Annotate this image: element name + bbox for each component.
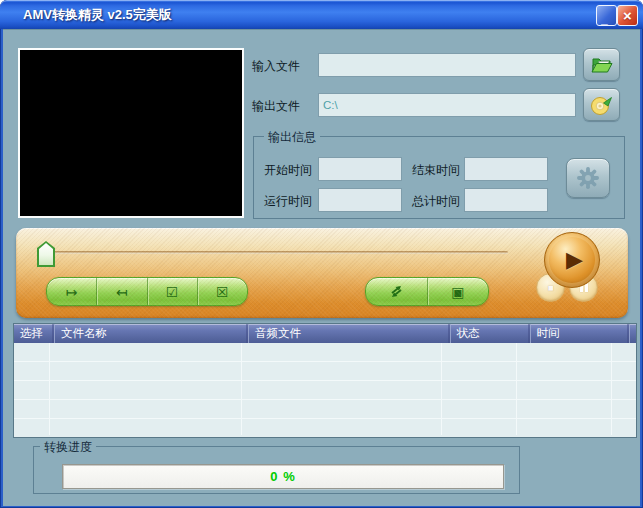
play-button[interactable]: ▶ — [544, 232, 600, 288]
conversion-progress-bar: 0 % — [62, 464, 504, 489]
close-icon: × — [623, 8, 632, 23]
minimize-button[interactable]: _ — [596, 5, 617, 26]
conversion-progress-title: 转换进度 — [40, 439, 96, 456]
seek-end-icon: ↤ — [116, 284, 128, 300]
cd-export-icon — [590, 94, 613, 116]
edit-button-group: ↦ ↤ ☑ ☒ — [46, 277, 248, 306]
column-divider — [441, 343, 442, 435]
file-list-body[interactable] — [14, 343, 636, 435]
start-time-label: 开始时间 — [264, 162, 312, 179]
column-divider — [241, 343, 242, 435]
seek-slider-track[interactable] — [42, 251, 508, 254]
start-time-field[interactable] — [318, 157, 402, 181]
run-time-field[interactable] — [318, 188, 402, 212]
remove-selection-button[interactable]: ☒ — [197, 278, 247, 305]
convert-button[interactable] — [366, 278, 427, 305]
output-info-title: 输出信息 — [264, 129, 320, 146]
titlebar[interactable]: AMV转换精灵 v2.5完美版 _ × — [0, 0, 643, 29]
stop-square-icon: ▣ — [451, 284, 464, 300]
select-all-button[interactable]: ☑ — [147, 278, 197, 305]
seek-start-icon: ↦ — [66, 284, 78, 300]
checked-box-icon: ☑ — [166, 284, 179, 300]
column-divider — [611, 343, 612, 435]
end-time-field[interactable] — [464, 157, 548, 181]
set-end-point-button[interactable]: ↤ — [96, 278, 146, 305]
total-time-field[interactable] — [464, 188, 548, 212]
column-header-time[interactable]: 时间 — [531, 324, 630, 343]
column-header-select[interactable]: 选择 — [14, 324, 55, 343]
file-list-header: 选择 文件名称 音频文件 状态 时间 — [14, 324, 636, 343]
input-file-field[interactable] — [318, 53, 576, 77]
app-window: AMV转换精灵 v2.5完美版 _ × 输入文件 输出文件 C:\ — [0, 0, 643, 508]
total-time-label: 总计时间 — [412, 193, 460, 210]
column-header-spacer — [630, 324, 636, 343]
video-preview — [18, 48, 244, 218]
column-divider — [516, 343, 517, 435]
seek-slider-thumb[interactable] — [37, 241, 55, 267]
output-file-field[interactable]: C:\ — [318, 93, 576, 117]
transport-bar: ↦ ↤ ☑ ☒ — [16, 228, 628, 318]
column-divider — [49, 343, 50, 435]
progress-percent-label: 0 % — [270, 469, 295, 484]
gear-icon — [574, 165, 602, 191]
input-file-label: 输入文件 — [252, 58, 300, 75]
convert-arrows-icon — [388, 284, 405, 299]
column-header-audiofile[interactable]: 音频文件 — [249, 324, 451, 343]
window-title: AMV转换精灵 v2.5完美版 — [23, 6, 172, 24]
settings-button[interactable] — [566, 158, 610, 198]
run-time-label: 运行时间 — [264, 193, 312, 210]
stop-icon: ■ — [547, 283, 553, 293]
browse-output-button[interactable] — [583, 88, 620, 121]
output-file-value: C:\ — [319, 99, 338, 111]
file-list[interactable]: 选择 文件名称 音频文件 状态 时间 — [13, 323, 637, 438]
convert-button-group: ▣ — [365, 277, 489, 306]
column-header-filename[interactable]: 文件名称 — [55, 324, 249, 343]
minimize-icon: _ — [601, 13, 608, 25]
stop-convert-button[interactable]: ▣ — [427, 278, 489, 305]
browse-input-button[interactable] — [583, 48, 620, 81]
end-time-label: 结束时间 — [412, 162, 460, 179]
crossed-box-icon: ☒ — [216, 284, 229, 300]
close-button[interactable]: × — [617, 5, 638, 26]
set-start-point-button[interactable]: ↦ — [47, 278, 96, 305]
column-header-status[interactable]: 状态 — [451, 324, 531, 343]
conversion-progress-group: 转换进度 0 % — [33, 446, 520, 494]
open-folder-icon — [591, 55, 613, 75]
output-file-label: 输出文件 — [252, 98, 300, 115]
play-icon: ▶ — [566, 249, 583, 271]
